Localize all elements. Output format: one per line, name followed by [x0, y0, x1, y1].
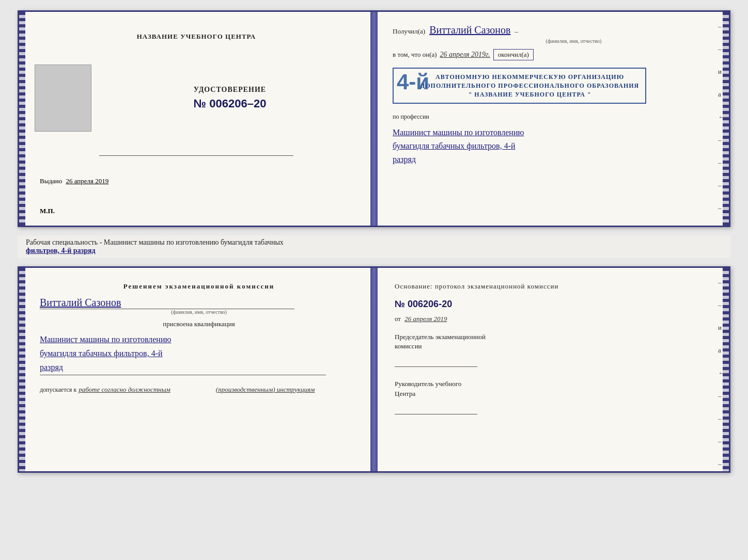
work-type: работе согласно должностным	[79, 386, 170, 394]
poluchil-label: Получил(а)	[393, 27, 425, 36]
fio-label: (фамилия, имя, отчество)	[393, 38, 713, 44]
recipient-name: Витталий Сазонов	[429, 24, 510, 36]
osnovanie-title: Основание: протокол экзаменационной коми…	[395, 282, 713, 291]
ot-date-line: от 26 апреля 2019	[395, 315, 713, 323]
dopuskaetsya-label: допускается к	[40, 386, 76, 394]
stamp-block: 4-й АВТОНОМНУЮ НЕКОММЕРЧЕСКУЮ ОРГАНИЗАЦИ…	[393, 68, 713, 104]
resheniem-title: Решением экзаменационной комиссии	[40, 282, 358, 291]
training-center-title: НАЗВАНИЕ УЧЕБНОГО ЦЕНТРА	[137, 33, 256, 41]
left-middle-section: УДОСТОВЕРЕНИЕ № 006206–20	[35, 59, 358, 137]
chairman-line1: Председатель экзаменационной	[395, 333, 486, 341]
chairman-label: Председатель экзаменационной комиссии	[395, 332, 713, 351]
qual-line1: Машинист машины по изготовлению	[40, 332, 358, 346]
okonchil-label: окончил(а)	[493, 49, 534, 60]
protocol-date: 26 апреля 2019	[404, 315, 447, 323]
stamp-number: 4-й	[397, 70, 429, 94]
rukovoditel-line2: Центра	[395, 390, 415, 397]
fio-label-bottom: (фамилия, имя, отчество)	[40, 309, 358, 315]
mp-label: М.П.	[35, 207, 55, 215]
prisvoena-label: присвоена квалификация	[40, 320, 358, 328]
document-bottom: Решением экзаменационной комиссии Виттал…	[18, 266, 730, 473]
page-right-top: Получил(а) Витталий Сазонов – (фамилия, …	[374, 12, 729, 226]
middle-text-strip: Рабочая специальность - Машинист машины …	[18, 235, 730, 258]
udostoverenie-block: УДОСТОВЕРЕНИЕ № 006206–20	[102, 86, 358, 110]
separator-line	[99, 155, 293, 156]
vydano-label: Выдано	[40, 177, 62, 185]
profession-label: по профессии	[393, 113, 713, 121]
qualification-block: Машинист машины по изготовлению бумагидл…	[40, 332, 358, 375]
rukovoditel-label: Руководитель учебного Центра	[395, 379, 713, 398]
udostoverenie-title: УДОСТОВЕРЕНИЕ	[194, 86, 266, 94]
vydano-date: 26 апреля 2019	[66, 177, 109, 185]
profession-line1: Машинист машины по изготовлению	[393, 126, 713, 139]
stamp-line3: " НАЗВАНИЕ УЧЕБНОГО ЦЕНТРА "	[420, 90, 639, 99]
ot-label: от	[395, 315, 401, 323]
vtom-line: в том, что он(а) 26 апреля 2019г. окончи…	[393, 49, 713, 60]
profession-line3: разряд	[393, 153, 713, 166]
vtom-label: в том, что он(а)	[393, 51, 437, 59]
page-left-bottom: Решением экзаменационной комиссии Виттал…	[19, 268, 374, 471]
page-right-bottom: Основание: протокол экзаменационной коми…	[374, 268, 729, 471]
dash-label: –	[515, 27, 518, 36]
border-strip-left	[19, 12, 25, 226]
work-type2: (производственным) инструкциям	[216, 386, 315, 394]
stamp-line2: ДОПОЛНИТЕЛЬНОГО ПРОФЕССИОНАЛЬНОГО ОБРАЗО…	[420, 82, 639, 90]
vydano-line: Выдано 26 апреля 2019	[35, 177, 108, 185]
qual-line3: разряд	[40, 360, 358, 374]
middle-line2: фильтров, 4-й разряд	[26, 247, 722, 255]
rukovoditel-signature-line	[395, 414, 477, 414]
stamp-line1: АВТОНОМНУЮ НЕКОММЕРЧЕСКУЮ ОРГАНИЗАЦИЮ	[420, 73, 639, 82]
middle-line1: Рабочая специальность - Машинист машины …	[26, 238, 722, 247]
profession-line2: бумагидля табачных фильтров, 4-й	[393, 139, 713, 153]
chairman-signature-line	[395, 366, 477, 367]
bottom-border-left	[19, 268, 25, 471]
protocol-number: № 006206-20	[395, 299, 713, 310]
bottom-border-right	[723, 268, 729, 471]
stamp-text: АВТОНОМНУЮ НЕКОММЕРЧЕСКУЮ ОРГАНИЗАЦИЮ ДО…	[400, 73, 639, 99]
stamp-rect: 4-й АВТОНОМНУЮ НЕКОММЕРЧЕСКУЮ ОРГАНИЗАЦИ…	[393, 68, 646, 104]
page-left-top: НАЗВАНИЕ УЧЕБНОГО ЦЕНТРА УДОСТОВЕРЕНИЕ №…	[19, 12, 374, 226]
name-block-bottom: Витталий Сазонов (фамилия, имя, отчество…	[40, 295, 358, 315]
photo-placeholder	[35, 65, 91, 132]
dopuskaetsya-block: допускается к работе согласно должностны…	[40, 386, 358, 394]
recipient-name-bottom: Витталий Сазонов	[40, 297, 358, 309]
document-top: НАЗВАНИЕ УЧЕБНОГО ЦЕНТРА УДОСТОВЕРЕНИЕ №…	[18, 10, 730, 227]
chairman-line2: комиссии	[395, 342, 422, 350]
border-strip-right	[723, 12, 729, 226]
document-date: 26 апреля 2019г.	[440, 51, 490, 59]
udostoverenie-number: № 006206–20	[194, 97, 267, 110]
poluchil-line: Получил(а) Витталий Сазонов – (фамилия, …	[393, 24, 713, 44]
profession-text: Машинист машины по изготовлению бумагидл…	[393, 126, 713, 166]
rukovoditel-line1: Руководитель учебного	[395, 380, 461, 388]
qual-line2: бумагидля табачных фильтров, 4-й	[40, 346, 358, 360]
